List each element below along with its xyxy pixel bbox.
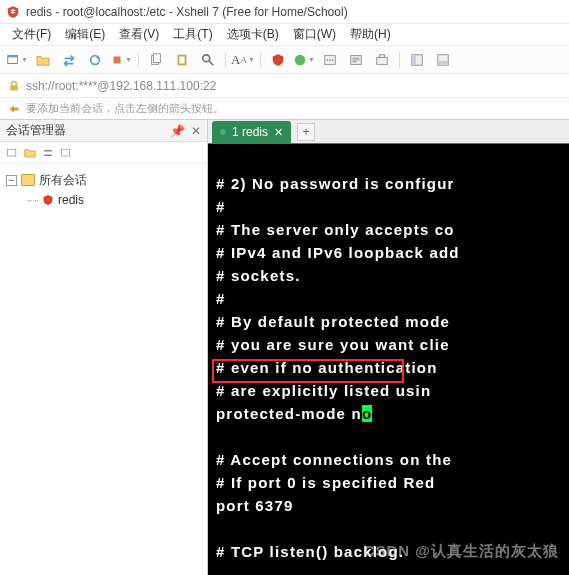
tab-close-icon[interactable]: ✕ — [274, 126, 283, 139]
tool-b-button[interactable] — [345, 50, 367, 70]
session-icon — [42, 194, 54, 206]
content-area: 1 redis ✕ + # 2) No password is configur… — [208, 120, 569, 575]
collapse-icon[interactable]: − — [6, 175, 17, 186]
folder-icon — [21, 174, 35, 186]
tool-c-button[interactable] — [371, 50, 393, 70]
window-title: redis - root@localhost:/etc - Xshell 7 (… — [26, 5, 348, 19]
lock-icon — [8, 80, 20, 92]
svg-rect-16 — [377, 57, 388, 64]
menu-edit[interactable]: 编辑(E) — [59, 24, 111, 45]
toolbar-separator — [138, 52, 139, 68]
tool-e-button[interactable] — [432, 50, 454, 70]
tab-label: 1 redis — [232, 125, 268, 139]
watermark: CSDN @认真生活的灰太狼 — [364, 540, 559, 561]
xshell-button[interactable] — [267, 50, 289, 70]
svg-rect-3 — [114, 56, 121, 63]
copy-button[interactable] — [145, 50, 167, 70]
tab-strip: 1 redis ✕ + — [208, 120, 569, 144]
tab-redis[interactable]: 1 redis ✕ — [212, 121, 291, 143]
paste-button[interactable] — [171, 50, 193, 70]
svg-rect-1 — [8, 55, 18, 57]
new-session-button[interactable]: ▼ — [6, 50, 28, 70]
tree-connector — [28, 200, 38, 201]
new-tab-button[interactable]: + — [297, 123, 315, 141]
color-scheme-button[interactable]: ▼ — [293, 50, 315, 70]
transfer-button[interactable] — [58, 50, 80, 70]
main-area: 会话管理器 📌 ✕ − 所有会话 redis — [0, 120, 569, 575]
menu-window[interactable]: 窗口(W) — [287, 24, 342, 45]
session-manager-toolbar — [0, 142, 207, 164]
svg-rect-21 — [438, 60, 449, 64]
svg-rect-23 — [8, 149, 16, 156]
svg-line-9 — [209, 60, 213, 64]
session-manager-header: 会话管理器 📌 ✕ — [0, 120, 207, 142]
sm-folder-icon[interactable] — [24, 147, 36, 158]
terminal-cursor: o — [362, 405, 372, 422]
tree-item-label: redis — [58, 193, 84, 207]
svg-rect-7 — [179, 56, 184, 63]
toolbar-separator — [399, 52, 400, 68]
menu-tab[interactable]: 选项卡(B) — [221, 24, 285, 45]
svg-point-8 — [203, 54, 210, 61]
toolbar-separator — [260, 52, 261, 68]
disconnect-button[interactable]: ▼ — [110, 50, 132, 70]
status-dot-icon — [220, 129, 226, 135]
svg-rect-17 — [379, 54, 384, 57]
svg-rect-24 — [62, 149, 70, 156]
tool-d-button[interactable] — [406, 50, 428, 70]
app-icon — [6, 5, 20, 19]
hint-bar: 要添加当前会话，点击左侧的箭头按钮。 — [0, 98, 569, 120]
svg-point-14 — [332, 59, 334, 61]
tool-a-button[interactable] — [319, 50, 341, 70]
svg-rect-5 — [153, 53, 160, 62]
menu-bar: 文件(F) 编辑(E) 查看(V) 工具(T) 选项卡(B) 窗口(W) 帮助(… — [0, 24, 569, 46]
highlight-box — [212, 359, 404, 383]
find-button[interactable] — [197, 50, 219, 70]
font-button[interactable]: AA▼ — [232, 50, 254, 70]
address-text[interactable]: ssh://root:****@192.168.111.100:22 — [26, 79, 216, 93]
sm-transfer-icon[interactable] — [42, 147, 54, 159]
toolbar-separator — [225, 52, 226, 68]
svg-point-10 — [295, 54, 306, 65]
svg-rect-19 — [412, 54, 416, 65]
svg-point-12 — [327, 59, 329, 61]
session-tree: − 所有会话 redis — [0, 164, 207, 216]
tree-item-redis[interactable]: redis — [4, 190, 203, 210]
sm-new-icon[interactable] — [6, 147, 18, 159]
menu-tools[interactable]: 工具(T) — [167, 24, 218, 45]
sm-more-icon[interactable] — [60, 147, 72, 159]
reconnect-button[interactable] — [84, 50, 106, 70]
close-panel-icon[interactable]: ✕ — [191, 124, 201, 138]
menu-view[interactable]: 查看(V) — [113, 24, 165, 45]
tree-root-label: 所有会话 — [39, 172, 87, 189]
title-bar: redis - root@localhost:/etc - Xshell 7 (… — [0, 0, 569, 24]
open-button[interactable] — [32, 50, 54, 70]
tree-root-all-sessions[interactable]: − 所有会话 — [4, 170, 203, 190]
svg-rect-22 — [10, 85, 18, 90]
add-session-arrow-icon[interactable] — [8, 103, 20, 115]
menu-file[interactable]: 文件(F) — [6, 24, 57, 45]
svg-point-13 — [329, 59, 331, 61]
session-manager-panel: 会话管理器 📌 ✕ − 所有会话 redis — [0, 120, 208, 575]
hint-text: 要添加当前会话，点击左侧的箭头按钮。 — [26, 101, 224, 116]
toolbar: ▼ ▼ AA▼ ▼ — [0, 46, 569, 74]
session-manager-title: 会话管理器 — [6, 122, 66, 139]
menu-help[interactable]: 帮助(H) — [344, 24, 397, 45]
address-bar: ssh://root:****@192.168.111.100:22 — [0, 74, 569, 98]
pin-icon[interactable]: 📌 — [170, 124, 185, 138]
terminal[interactable]: # 2) No password is configur # # The ser… — [208, 144, 569, 575]
